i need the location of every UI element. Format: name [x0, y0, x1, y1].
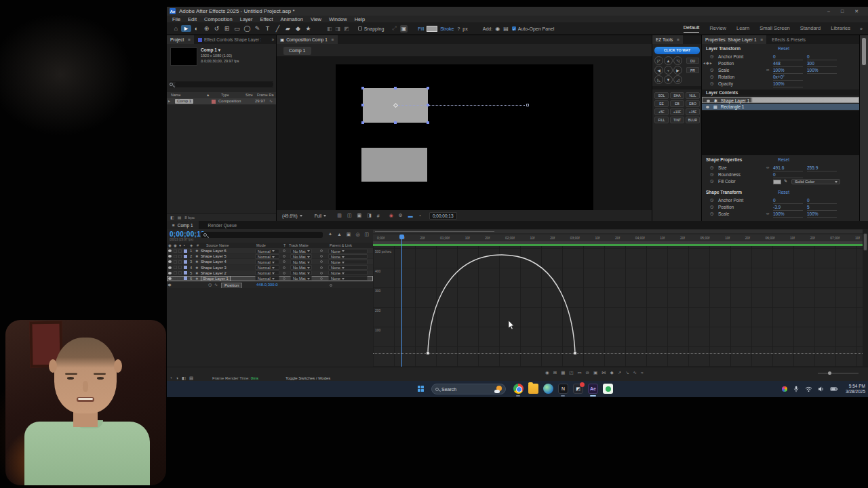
viewer-icon-fast-previews[interactable]: ▬ [408, 214, 413, 218]
viewer-timecode[interactable]: 0;00;00;13 [429, 212, 457, 220]
comp-thumbnail[interactable] [170, 47, 197, 66]
parent-pickwhip[interactable] [320, 255, 323, 258]
ez-preset-button[interactable]: FILL [654, 117, 669, 123]
selection-tool-icon[interactable]: ► [181, 25, 191, 32]
parent-link-dropdown[interactable]: None [328, 249, 368, 253]
timeline-timecode[interactable]: 0;00;00;13 [170, 230, 205, 238]
rotation-tool-icon[interactable]: ↺ [212, 25, 222, 32]
st-scale-y[interactable]: 100% [807, 211, 837, 218]
stroke-label[interactable]: Stroke [440, 26, 454, 31]
graph-tool-icon[interactable]: ▣ [593, 370, 597, 375]
selection-handle[interactable] [361, 104, 364, 106]
green-app-icon[interactable] [603, 384, 613, 394]
track-matte-dropdown[interactable]: No Mat [290, 265, 312, 270]
fill-type-dropdown[interactable]: Solid Color [791, 179, 840, 184]
timeline-footer-icon[interactable]: ◑ [176, 375, 178, 381]
align-icon[interactable]: ⤢ [392, 25, 396, 32]
size-h-value[interactable]: 255.9 [807, 165, 837, 171]
st-scale-x[interactable]: 100% [773, 211, 803, 218]
lock-toggle[interactable] [178, 255, 182, 258]
workspace-tab[interactable]: Small Screen [760, 25, 790, 33]
st-anchor-y[interactable]: 0 [807, 197, 837, 204]
viewer-icon-mask[interactable]: ◫ [347, 213, 352, 218]
snapping-checkbox[interactable] [358, 26, 362, 30]
magnification-select[interactable]: (49.6%) [282, 214, 302, 218]
matte-toggle[interactable] [283, 260, 285, 263]
pan-behind-tool-icon[interactable]: ⊞ [222, 25, 232, 32]
layer-color-chip[interactable] [184, 266, 187, 269]
shape-rectangle[interactable] [361, 148, 427, 182]
eye-icon[interactable] [706, 106, 709, 108]
scale-x-value[interactable]: 100% [773, 67, 803, 74]
blend-mode-dropdown[interactable]: Normal [255, 265, 279, 270]
workspace-tab[interactable]: Standard [800, 25, 821, 33]
selection-handle[interactable] [394, 87, 397, 89]
ez-preset-button[interactable]: NUL [686, 92, 700, 99]
eye-icon[interactable] [168, 255, 172, 258]
dark-app-icon[interactable]: N [558, 384, 568, 394]
layer-name[interactable]: Shape Layer 1 [201, 276, 231, 281]
workspace-tab[interactable]: Default [684, 24, 700, 33]
stopwatch-icon[interactable]: ◷ [710, 197, 713, 203]
window-titlebar[interactable]: Ae Adobe After Effects 2025 - Untitled P… [167, 7, 868, 16]
graph-editor[interactable]: 0;00f10f20f01;00f10f20f02;00f10f20f03;00… [373, 229, 863, 367]
track-matte-dropdown[interactable]: No Mat [290, 254, 312, 259]
lock-toggle[interactable] [178, 277, 182, 280]
mask-icon[interactable]: ▣ [400, 25, 408, 33]
layer-row[interactable]: 4 ✱ Shape Layer 3 Normal No Mat None [167, 265, 373, 270]
timeline-footer-icon[interactable]: ◧ [182, 375, 186, 381]
pen-tool-icon[interactable]: ◯ [242, 25, 252, 32]
ez-preset-button[interactable]: TINT [670, 117, 684, 123]
shape-tool-icon[interactable]: ▭ [232, 25, 242, 32]
tab-effects-presets[interactable]: Effects & Presets [772, 37, 806, 42]
color-app-tray-icon[interactable] [782, 386, 787, 392]
parent-pickwhip[interactable] [320, 266, 323, 269]
audio-toggle[interactable] [174, 266, 177, 269]
audio-toggle[interactable] [174, 271, 177, 274]
position-y-value[interactable]: 300 [807, 60, 837, 67]
ez-direction-button[interactable]: ◺ [654, 75, 663, 84]
stopwatch-icon[interactable]: ◷ [710, 204, 713, 210]
wifi-icon[interactable] [805, 386, 812, 392]
ez-preset-button[interactable]: SOL [654, 92, 669, 99]
tab-properties[interactable]: Properties: Shape Layer 1 ≡ [702, 35, 766, 44]
ez-direction-button[interactable]: ▼ [664, 75, 673, 84]
viewer-icon-roi[interactable]: ◨ [367, 213, 372, 218]
taskbar-search[interactable]: Search [431, 384, 506, 394]
clone-stamp-tool-icon[interactable]: ▰ [283, 25, 293, 32]
lock-toggle[interactable] [178, 260, 182, 264]
stopwatch-icon[interactable]: ◷ [710, 211, 713, 217]
layer-name[interactable]: Shape Layer 5 [201, 253, 226, 259]
footer-icon-1[interactable]: ◧ [170, 215, 174, 220]
layer-contents-rectangle[interactable]: ▦ Rectangle 1 [702, 104, 859, 110]
eye-icon[interactable] [168, 260, 172, 263]
browser-icon[interactable] [543, 384, 553, 394]
graph-tool-icon[interactable]: ◉ [545, 370, 549, 375]
ez-du-button[interactable]: DU [686, 58, 699, 64]
audio-toggle[interactable] [174, 249, 177, 253]
auto-open-checkbox[interactable]: ✓ [512, 26, 516, 30]
add-icon-2[interactable]: ▤ [503, 26, 509, 32]
blend-mode-dropdown[interactable]: Normal [255, 276, 279, 281]
graph-icon[interactable]: ∿ [214, 282, 218, 288]
ez-cta-button[interactable]: CLICK TO WAT [654, 47, 700, 54]
parent-link-dropdown[interactable]: None [328, 260, 368, 264]
eye-icon[interactable] [168, 277, 172, 280]
size-w-value[interactable]: 491.6 [773, 165, 803, 171]
stopwatch-icon[interactable]: ◷ [710, 54, 713, 60]
keyframe-end[interactable] [574, 352, 576, 354]
timeline-footer-icon[interactable]: ◔ [170, 375, 172, 381]
rotation-value[interactable]: 0x+0° [773, 74, 803, 81]
link-icon[interactable]: ∞ [766, 211, 769, 217]
panel-menu-icon[interactable]: ≡ [188, 37, 191, 42]
comp-stage[interactable] [336, 64, 593, 210]
stopwatch-icon[interactable]: ◷ [710, 165, 713, 171]
menu-item[interactable]: Help [355, 16, 365, 22]
timeline-vscrollbar[interactable] [863, 229, 868, 367]
opacity-value[interactable]: 100% [773, 81, 803, 87]
start-button[interactable] [418, 386, 425, 392]
ez-direction-button[interactable]: + [664, 66, 673, 75]
maximize-button[interactable]: □ [841, 9, 844, 14]
ez-preset-button[interactable]: EB [670, 100, 684, 107]
menu-item[interactable]: View [311, 16, 321, 22]
